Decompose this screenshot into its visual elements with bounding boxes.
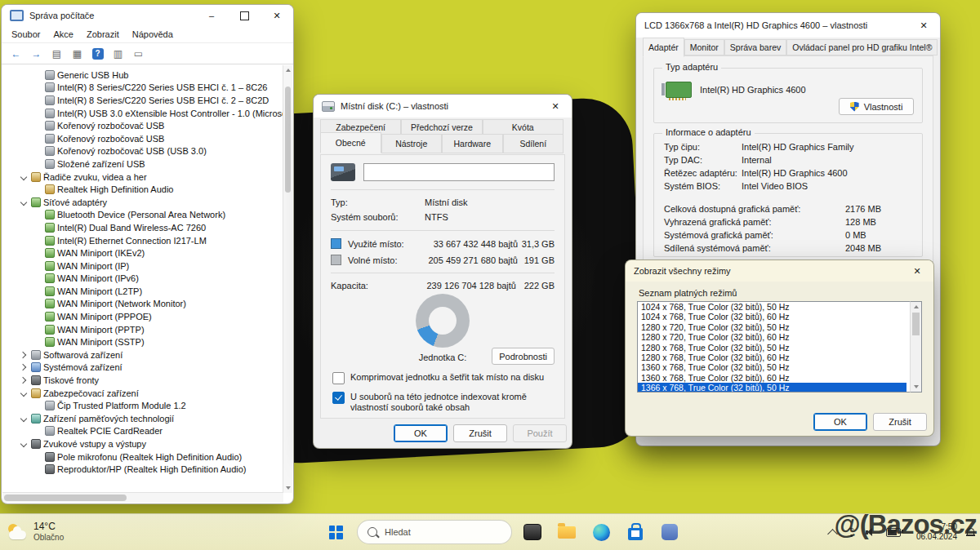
device-tree-item[interactable]: Řadiče zvuku, videa a her — [2, 171, 283, 184]
expand-chevron-icon[interactable] — [33, 184, 42, 194]
scroll-up-arrow[interactable] — [914, 305, 919, 308]
device-tree-item[interactable]: Bluetooth Device (Personal Area Network) — [2, 209, 283, 222]
expand-chevron-icon[interactable] — [33, 426, 42, 436]
display-mode-option[interactable]: 1280 x 720, True Color (32 bitů), 50 Hz — [638, 322, 906, 332]
scroll-up-arrow[interactable] — [286, 69, 291, 72]
expand-chevron-icon[interactable] — [33, 273, 42, 283]
device-tree-item[interactable]: WAN Miniport (L2TP) — [2, 285, 283, 298]
menu-item[interactable]: Zobrazit — [80, 28, 126, 41]
scrollbar-thumb[interactable] — [4, 495, 127, 501]
expand-chevron-icon[interactable] — [33, 236, 42, 246]
expand-chevron-icon[interactable] — [33, 70, 42, 80]
display-mode-option[interactable]: 1024 x 768, True Color (32 bitů), 60 Hz — [638, 312, 906, 322]
tab[interactable]: Správa barev — [724, 39, 786, 55]
device-tree-item[interactable]: Intel(R) USB 3.0 eXtensible Host Control… — [2, 107, 283, 120]
expand-chevron-icon[interactable] — [33, 312, 42, 322]
tab[interactable]: Hardware — [442, 134, 503, 153]
device-tree-item[interactable]: Síťové adaptéry — [2, 196, 283, 209]
expand-chevron-icon[interactable] — [33, 210, 42, 220]
expand-chevron-icon[interactable] — [19, 362, 29, 372]
display-mode-listbox[interactable]: 1024 x 768, True Color (32 bitů), 50 Hz1… — [637, 301, 920, 393]
device-tree-item[interactable]: WAN Miniport (IP) — [2, 259, 283, 273]
display-mode-option[interactable]: 1366 x 768, True Color (32 bitů), 50 Hz — [638, 383, 906, 393]
update-driver-icon[interactable]: ▭ — [129, 45, 148, 62]
details-button[interactable]: Podrobnosti — [492, 348, 555, 365]
forward-icon[interactable]: → — [27, 45, 46, 62]
vertical-scrollbar[interactable] — [283, 65, 292, 493]
device-tree-item[interactable]: Systémová zařízení — [2, 361, 283, 375]
tab[interactable]: Adaptér — [643, 38, 684, 57]
device-tree-item[interactable]: WAN Miniport (PPPOE) — [2, 310, 283, 323]
menu-item[interactable]: Akce — [47, 28, 79, 41]
display-mode-option[interactable]: 1360 x 768, True Color (32 bitů), 50 Hz — [638, 362, 906, 372]
cancel-button[interactable]: Zrušit — [453, 424, 507, 442]
expand-chevron-icon[interactable] — [19, 439, 29, 449]
edge-browser-button[interactable] — [586, 517, 616, 547]
modes-titlebar[interactable]: Zobrazit všechny režimy ✕ — [626, 260, 933, 282]
tab[interactable]: Nástroje — [381, 134, 443, 153]
device-tree-item[interactable]: Pole mikrofonu (Realtek High Definition … — [2, 450, 283, 464]
display-mode-option[interactable]: 1280 x 720, True Color (32 bitů), 60 Hz — [638, 332, 906, 342]
tab[interactable]: Sdílení — [503, 134, 564, 153]
device-tree-item[interactable]: Kořenový rozbočovač USB (USB 3.0) — [2, 145, 283, 158]
device-tree-item[interactable]: WAN Miniport (IPv6) — [2, 273, 283, 286]
device-tree-item[interactable]: Zařízení paměťových technologií — [2, 412, 283, 425]
disk-titlebar[interactable]: Místní disk (C:) – vlastnosti ✕ — [314, 95, 572, 118]
expand-chevron-icon[interactable] — [33, 452, 42, 462]
scroll-down-arrow[interactable] — [914, 385, 919, 388]
close-button[interactable]: ✕ — [901, 260, 933, 282]
expand-chevron-icon[interactable] — [33, 337, 42, 347]
menu-item[interactable]: Soubor — [5, 28, 47, 41]
device-tree-item[interactable]: WAN Miniport (IKEv2) — [2, 246, 283, 259]
device-tree-item[interactable]: Kořenový rozbočovač USB — [2, 119, 283, 132]
device-tree-item[interactable]: Realtek High Definition Audio — [2, 183, 283, 196]
settings-app-button[interactable] — [655, 517, 684, 547]
tab[interactable]: Obecné — [320, 132, 381, 153]
expand-chevron-icon[interactable] — [19, 172, 29, 182]
expand-chevron-icon[interactable] — [33, 134, 42, 144]
device-tree-item[interactable]: WAN Miniport (PPTP) — [2, 323, 283, 336]
export-list-icon[interactable]: ▤ — [47, 45, 66, 62]
adapter-properties-button[interactable]: Vlastnosti — [839, 98, 914, 115]
expand-chevron-icon[interactable] — [33, 299, 42, 308]
expand-chevron-icon[interactable] — [33, 146, 42, 156]
display-mode-option[interactable]: 1360 x 768, True Color (32 bitů), 60 Hz — [638, 373, 906, 383]
expand-chevron-icon[interactable] — [33, 95, 42, 105]
ok-button[interactable]: OK — [394, 424, 448, 442]
scrollbar-thumb[interactable] — [912, 313, 920, 335]
expand-chevron-icon[interactable] — [33, 109, 42, 118]
expand-chevron-icon[interactable] — [19, 197, 29, 207]
expand-chevron-icon[interactable] — [33, 464, 42, 474]
cancel-button[interactable]: Zrušit — [873, 413, 927, 431]
device-tree-item[interactable]: Realtek PCIE CardReader — [2, 425, 283, 438]
close-button[interactable]: ✕ — [907, 13, 940, 38]
device-tree-item[interactable]: Čip Trusted Platform Module 1.2 — [2, 399, 283, 412]
compress-checkbox[interactable] — [332, 372, 345, 384]
scrollbar-thumb[interactable] — [285, 86, 291, 193]
device-tree-item[interactable]: Intel(R) 8 Series/C220 Series USB EHCI č… — [2, 94, 283, 107]
device-tree-item[interactable]: Intel(R) Ethernet Connection I217-LM — [2, 234, 283, 247]
apply-button[interactable]: Použít — [513, 424, 567, 442]
close-button[interactable]: ✕ — [539, 95, 572, 118]
close-button[interactable]: ✕ — [261, 5, 293, 26]
back-icon[interactable]: ← — [7, 45, 25, 62]
gfx-titlebar[interactable]: LCD 1366x768 a Intel(R) HD Graphics 4600… — [636, 13, 940, 38]
expand-chevron-icon[interactable] — [33, 325, 42, 335]
microsoft-store-button[interactable] — [621, 517, 650, 547]
horizontal-scrollbar[interactable] — [2, 492, 283, 503]
device-tree-item[interactable]: Složené zařízení USB — [2, 157, 283, 171]
tab[interactable]: Ovládací panel pro HD grafiku Intel® — [786, 39, 938, 55]
expand-chevron-icon[interactable] — [19, 388, 29, 398]
expand-chevron-icon[interactable] — [33, 121, 42, 131]
device-tree-item[interactable]: Softwarová zařízení — [2, 348, 283, 361]
help-icon[interactable]: ? — [88, 45, 107, 62]
cm-titlebar[interactable]: Správa počítače – ✕ — [2, 5, 293, 26]
expand-chevron-icon[interactable] — [33, 223, 42, 233]
volume-label-input[interactable] — [363, 163, 555, 181]
expand-chevron-icon[interactable] — [33, 401, 42, 410]
scroll-down-arrow[interactable] — [286, 486, 291, 490]
dark-app-button[interactable] — [518, 517, 547, 547]
device-tree-item[interactable]: Tiskové fronty — [2, 374, 283, 387]
device-tree-item[interactable]: Intel(R) 8 Series/C220 Series USB EHCI č… — [2, 82, 283, 95]
tab[interactable]: Předchozí verze — [401, 119, 482, 135]
